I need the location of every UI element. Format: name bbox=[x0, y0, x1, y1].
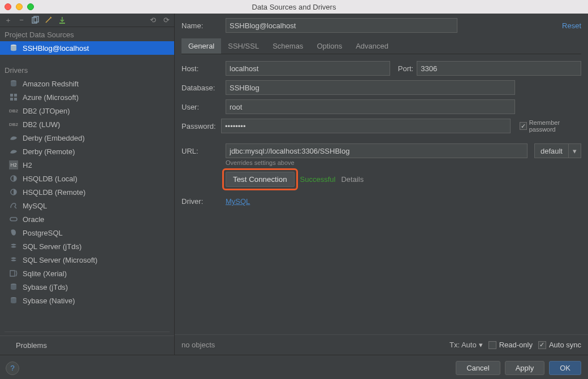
port-label: Port: bbox=[398, 64, 413, 73]
hsqldb-icon bbox=[9, 174, 18, 183]
tab-schemas[interactable]: Schemas bbox=[266, 38, 310, 54]
driver-item[interactable]: Azure (Microsoft) bbox=[0, 90, 174, 104]
driver-item[interactable]: Derby (Embedded) bbox=[0, 131, 174, 145]
window-title: Data Sources and Drivers bbox=[252, 3, 336, 11]
driver-item[interactable]: SQL Server (Microsoft) bbox=[0, 253, 174, 267]
redo-icon[interactable]: ⟳ bbox=[162, 16, 171, 25]
driver-label: HSQLDB (Remote) bbox=[23, 188, 85, 197]
driver-item[interactable]: HSQLDB (Remote) bbox=[0, 185, 174, 199]
help-button[interactable]: ? bbox=[6, 361, 19, 375]
password-label: Password: bbox=[181, 122, 218, 130]
host-label: Host: bbox=[181, 64, 222, 73]
host-input[interactable] bbox=[226, 61, 390, 76]
copy-icon[interactable] bbox=[31, 16, 40, 25]
remember-password[interactable]: Remember password bbox=[520, 119, 581, 133]
driver-item[interactable]: MySQL bbox=[0, 199, 174, 212]
redshift-icon bbox=[9, 79, 18, 88]
database-input[interactable] bbox=[226, 80, 515, 95]
driver-item[interactable]: Sybase (jTds) bbox=[0, 280, 174, 294]
url-input[interactable] bbox=[226, 143, 528, 158]
postgres-icon bbox=[9, 228, 18, 237]
user-label: User: bbox=[181, 103, 222, 111]
remember-label: Remember password bbox=[529, 119, 581, 133]
driver-item[interactable]: HSQLDB (Local) bbox=[0, 172, 174, 185]
driver-item[interactable]: H2H2 bbox=[0, 158, 174, 172]
sqlserver-icon bbox=[9, 255, 18, 264]
data-source-label: SSHBlog@localhost bbox=[23, 44, 89, 53]
user-input[interactable] bbox=[226, 99, 515, 114]
chevron-down-icon: ▾ bbox=[568, 144, 581, 158]
status-bar: no objects Tx: Auto ▾ Read-only Auto syn… bbox=[175, 334, 588, 355]
auto-sync-toggle[interactable]: Auto sync bbox=[538, 341, 581, 349]
cancel-button[interactable]: Cancel bbox=[456, 361, 500, 375]
driver-label: HSQLDB (Local) bbox=[23, 175, 77, 183]
read-only-label: Read-only bbox=[499, 341, 533, 349]
driver-label: PostgreSQL bbox=[23, 229, 63, 237]
problems-label: Problems bbox=[16, 341, 47, 350]
data-source-item[interactable]: SSHBlog@localhost bbox=[0, 41, 174, 55]
driver-item[interactable]: DB2DB2 (JTOpen) bbox=[0, 104, 174, 117]
sybase-icon bbox=[9, 282, 18, 291]
chevron-down-icon: ▾ bbox=[479, 341, 483, 349]
driver-item[interactable]: DB2DB2 (LUW) bbox=[0, 117, 174, 131]
driver-label: SQL Server (jTds) bbox=[23, 242, 81, 251]
sqlite-icon bbox=[9, 269, 18, 278]
url-type-dropdown[interactable]: default ▾ bbox=[534, 143, 581, 158]
minimize-window-icon[interactable] bbox=[16, 3, 23, 10]
svg-rect-5 bbox=[10, 94, 13, 97]
main-panel: Name: Reset General SSH/SSL Schemas Opti… bbox=[174, 14, 588, 355]
close-window-icon[interactable] bbox=[5, 3, 11, 10]
svg-rect-2 bbox=[59, 23, 65, 24]
name-input[interactable] bbox=[226, 18, 457, 33]
add-icon[interactable]: ＋ bbox=[3, 16, 12, 25]
maximize-window-icon[interactable] bbox=[27, 3, 34, 10]
driver-label: SQL Server (Microsoft) bbox=[23, 256, 97, 264]
db2-icon: DB2 bbox=[9, 106, 18, 115]
driver-label: H2 bbox=[23, 161, 32, 169]
tx-mode[interactable]: Tx: Auto ▾ bbox=[449, 341, 483, 349]
svg-rect-7 bbox=[10, 98, 13, 101]
window-controls bbox=[5, 3, 34, 10]
driver-label: Sqlite (Xerial) bbox=[23, 269, 67, 278]
port-input[interactable] bbox=[417, 61, 581, 76]
svg-rect-8 bbox=[14, 98, 17, 101]
sybase-icon bbox=[9, 296, 18, 305]
tab-ssh-ssl[interactable]: SSH/SSL bbox=[221, 38, 266, 54]
sqlserver-icon bbox=[9, 242, 18, 251]
tab-options[interactable]: Options bbox=[310, 38, 349, 54]
project-sources-header: Project Data Sources bbox=[0, 27, 174, 41]
url-dropdown-label: default bbox=[535, 147, 568, 155]
driver-item[interactable]: Derby (Remote) bbox=[0, 145, 174, 158]
read-only-toggle[interactable]: Read-only bbox=[488, 341, 533, 349]
apply-button[interactable]: Apply bbox=[505, 361, 545, 375]
details-link[interactable]: Details bbox=[341, 175, 364, 184]
override-note: Overrides settings above bbox=[226, 159, 581, 166]
datasource-icon bbox=[9, 43, 18, 53]
driver-label: Amazon Redshift bbox=[23, 80, 79, 88]
test-connection-button[interactable]: Test Connection bbox=[226, 172, 295, 187]
connection-status: Successful bbox=[300, 175, 336, 184]
ok-button[interactable]: OK bbox=[549, 361, 581, 375]
import-icon[interactable] bbox=[58, 16, 67, 25]
derby-icon bbox=[9, 147, 18, 156]
driver-item[interactable]: PostgreSQL bbox=[0, 226, 174, 239]
driver-label: Sybase (jTds) bbox=[23, 283, 68, 291]
driver-item[interactable]: Oracle bbox=[0, 212, 174, 226]
svg-rect-6 bbox=[14, 94, 17, 97]
driver-item[interactable]: Sybase (Native) bbox=[0, 294, 174, 307]
driver-item[interactable]: Sqlite (Xerial) bbox=[0, 267, 174, 280]
driver-link[interactable]: MySQL bbox=[226, 197, 250, 206]
reset-link[interactable]: Reset bbox=[562, 21, 581, 30]
svg-rect-11 bbox=[10, 217, 17, 221]
remove-icon[interactable]: − bbox=[17, 16, 26, 25]
undo-icon[interactable]: ⟲ bbox=[148, 16, 157, 25]
driver-item[interactable]: Amazon Redshift bbox=[0, 77, 174, 90]
tab-advanced[interactable]: Advanced bbox=[349, 38, 395, 54]
remember-checkbox-icon[interactable] bbox=[520, 122, 527, 130]
hsqldb-icon bbox=[9, 188, 18, 197]
password-input[interactable] bbox=[221, 119, 511, 133]
tab-general[interactable]: General bbox=[181, 38, 221, 54]
settings-icon[interactable] bbox=[44, 16, 53, 25]
driver-item[interactable]: SQL Server (jTds) bbox=[0, 239, 174, 253]
problems-link[interactable]: Problems bbox=[0, 336, 174, 355]
